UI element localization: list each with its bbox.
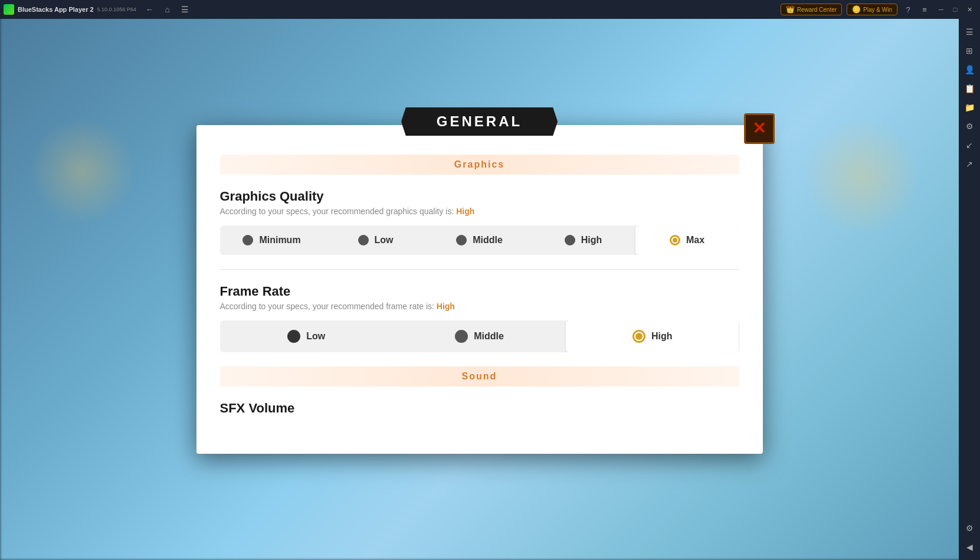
frame-rate-highlight: High [437, 302, 455, 311]
maximize-button[interactable]: □ [949, 4, 961, 15]
sound-section-header: Sound [220, 366, 739, 387]
dialog-overlay: GENERAL ✕ Graphics Graphics Quality Acco… [0, 19, 959, 560]
radio-low-gq[interactable]: Low [324, 225, 428, 255]
graphics-quality-title: Graphics Quality [220, 189, 739, 204]
sidebar-settings-icon[interactable]: ⚙ [961, 520, 978, 536]
play-win-icon: 🪙 [852, 5, 861, 14]
settings-dialog: GENERAL ✕ Graphics Graphics Quality Acco… [196, 125, 763, 454]
radio-dot-middle-fr [455, 330, 468, 343]
sidebar-icon-2[interactable]: ⊞ [961, 42, 978, 59]
section-divider [220, 269, 739, 270]
graphics-header-text: Graphics [454, 159, 504, 169]
dialog-title: GENERAL [437, 113, 522, 129]
reward-center-button[interactable]: 👑 Reward Center [781, 4, 842, 15]
radio-high-fr[interactable]: High [566, 320, 739, 352]
radio-high-gq[interactable]: High [532, 225, 635, 255]
radio-max-gq[interactable]: Max [635, 225, 739, 255]
window-controls: ─ □ ✕ [935, 4, 975, 15]
radio-label-high-fr: High [651, 331, 673, 342]
radio-dot-max-gq [670, 235, 680, 245]
frame-rate-title: Frame Rate [220, 284, 739, 299]
sidebar-icon-6[interactable]: ⚙ [961, 118, 978, 135]
history-button[interactable]: ☰ [179, 3, 192, 16]
reward-icon: 👑 [786, 5, 795, 14]
radio-label-low-fr: Low [306, 331, 325, 342]
dialog-content: Graphics Graphics Quality According to y… [196, 125, 763, 454]
sidebar-collapse-icon[interactable]: ◀ [961, 539, 978, 555]
dialog-title-banner: GENERAL [401, 107, 558, 136]
right-sidebar: ☰ ⊞ 👤 📋 📁 ⚙ ↙ ↗ ⚙ ◀ [959, 19, 980, 560]
sidebar-icon-8[interactable]: ↗ [961, 156, 978, 172]
graphics-quality-desc: According to your specs, your recommende… [220, 207, 739, 216]
graphics-section-header: Graphics [220, 155, 739, 175]
sfx-volume-title: SFX Volume [220, 401, 739, 416]
sfx-volume-block: SFX Volume [220, 401, 739, 416]
radio-label-low-gq: Low [375, 235, 394, 245]
radio-dot-high-gq [565, 235, 575, 245]
radio-dot-middle-gq [456, 235, 467, 245]
app-name: BlueStacks App Player 2 [18, 6, 94, 13]
back-button[interactable]: ← [143, 3, 156, 16]
titlebar-right: 👑 Reward Center 🪙 Play & Win ? ≡ ─ □ ✕ [781, 4, 980, 15]
frame-rate-desc: According to your specs, your recommende… [220, 302, 739, 311]
sidebar-icon-3[interactable]: 👤 [961, 61, 978, 78]
radio-label-middle-fr: Middle [474, 331, 504, 342]
radio-label-max-gq: Max [686, 235, 704, 245]
sidebar-icon-5[interactable]: 📁 [961, 99, 978, 116]
radio-label-high-gq: High [581, 235, 602, 245]
home-button[interactable]: ⌂ [161, 3, 174, 16]
reward-label: Reward Center [797, 6, 837, 13]
app-version: 5.10.0.1056 P64 [97, 6, 136, 12]
radio-middle-fr[interactable]: Middle [393, 320, 566, 352]
titlebar-nav: ← ⌂ ☰ [143, 3, 192, 16]
radio-dot-low-fr [287, 330, 300, 343]
close-icon: ✕ [752, 120, 766, 137]
play-win-label: Play & Win [863, 6, 892, 13]
radio-dot-low-gq [358, 235, 369, 245]
radio-label-minimum: Minimum [259, 235, 300, 245]
close-window-button[interactable]: ✕ [963, 4, 975, 15]
menu-button[interactable]: ≡ [919, 4, 930, 15]
main-area: GENERAL ✕ Graphics Graphics Quality Acco… [0, 19, 959, 560]
graphics-quality-desc-text: According to your specs, your recommende… [220, 207, 457, 216]
frame-rate-block: Frame Rate According to your specs, your… [220, 284, 739, 352]
sound-header-text: Sound [462, 371, 497, 381]
play-win-button[interactable]: 🪙 Play & Win [847, 4, 897, 15]
app-logo [4, 4, 14, 15]
graphics-quality-highlight: High [456, 207, 474, 216]
graphics-quality-radio-group: Minimum Low Middle High [220, 225, 739, 255]
radio-dot-minimum [242, 235, 253, 245]
radio-label-middle-gq: Middle [473, 235, 503, 245]
frame-rate-desc-text: According to your specs, your recommende… [220, 302, 437, 311]
sidebar-icon-7[interactable]: ↙ [961, 137, 978, 153]
dialog-close-button[interactable]: ✕ [744, 113, 775, 144]
radio-low-fr[interactable]: Low [220, 320, 393, 352]
sidebar-icon-4[interactable]: 📋 [961, 80, 978, 97]
frame-rate-radio-group: Low Middle High [220, 320, 739, 352]
radio-dot-high-fr [632, 330, 645, 343]
help-button[interactable]: ? [902, 4, 914, 15]
radio-minimum[interactable]: Minimum [220, 225, 324, 255]
graphics-quality-block: Graphics Quality According to your specs… [220, 189, 739, 255]
sidebar-icon-1[interactable]: ☰ [961, 24, 978, 40]
radio-middle-gq[interactable]: Middle [428, 225, 532, 255]
titlebar: BlueStacks App Player 2 5.10.0.1056 P64 … [0, 0, 980, 19]
minimize-button[interactable]: ─ [935, 4, 947, 15]
